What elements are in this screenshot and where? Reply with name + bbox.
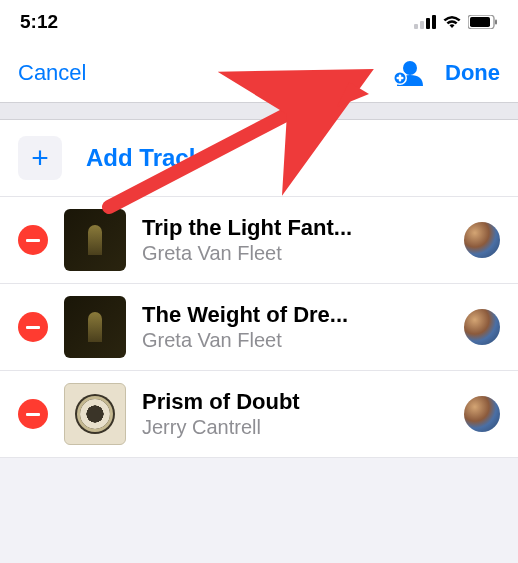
album-art [64,296,126,358]
track-row[interactable]: Prism of Doubt Jerry Cantrell [0,371,518,458]
track-list: + Add Track Trip the Light Fant... Greta… [0,120,518,458]
done-button[interactable]: Done [445,60,500,86]
status-time: 5:12 [20,11,58,33]
svg-rect-2 [426,18,430,29]
add-track-row[interactable]: + Add Track [0,120,518,197]
remove-button[interactable] [18,225,48,255]
cellular-icon [414,15,436,29]
svg-point-7 [403,61,417,75]
status-bar: 5:12 [0,0,518,44]
track-info: Trip the Light Fant... Greta Van Fleet [142,215,448,265]
plus-icon: + [31,141,49,175]
contributor-avatar[interactable] [464,222,500,258]
wifi-icon [442,15,462,29]
svg-rect-6 [495,20,497,25]
contributor-avatar[interactable] [464,309,500,345]
status-indicators [414,15,498,29]
track-row[interactable]: Trip the Light Fant... Greta Van Fleet [0,197,518,284]
album-art [64,383,126,445]
track-artist: Jerry Cantrell [142,416,448,439]
track-title: Prism of Doubt [142,389,448,415]
svg-rect-0 [414,24,418,29]
remove-button[interactable] [18,399,48,429]
svg-rect-5 [470,17,490,27]
track-title: Trip the Light Fant... [142,215,448,241]
svg-rect-3 [432,15,436,29]
svg-rect-1 [420,21,424,29]
collaborate-button[interactable] [391,56,425,90]
add-icon-container: + [18,136,62,180]
battery-icon [468,15,498,29]
track-title: The Weight of Dre... [142,302,448,328]
track-info: The Weight of Dre... Greta Van Fleet [142,302,448,352]
add-track-label: Add Track [86,144,202,172]
cancel-button[interactable]: Cancel [18,60,86,86]
track-info: Prism of Doubt Jerry Cantrell [142,389,448,439]
remove-button[interactable] [18,312,48,342]
svg-rect-11 [397,77,404,79]
album-art [64,209,126,271]
section-divider [0,102,518,120]
nav-bar: Cancel Done [0,44,518,102]
track-row[interactable]: The Weight of Dre... Greta Van Fleet [0,284,518,371]
track-artist: Greta Van Fleet [142,242,448,265]
track-artist: Greta Van Fleet [142,329,448,352]
contributor-avatar[interactable] [464,396,500,432]
